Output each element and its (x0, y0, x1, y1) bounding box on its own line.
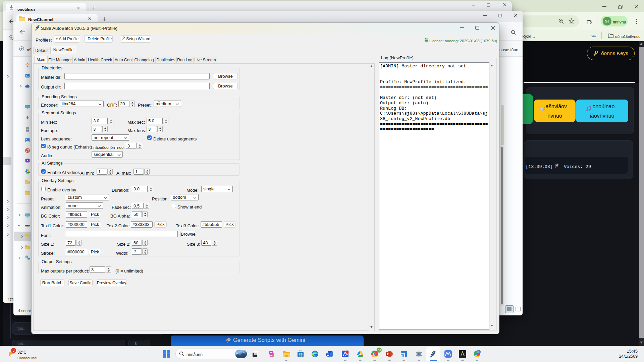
svg-text:P: P (387, 352, 389, 356)
